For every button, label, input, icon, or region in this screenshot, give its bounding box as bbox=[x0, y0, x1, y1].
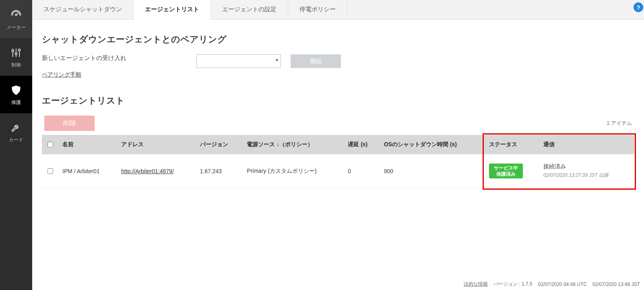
cell-delay: 0 bbox=[344, 154, 380, 188]
tab-agent-settings[interactable]: エージェントの設定 bbox=[211, 0, 288, 19]
cell-version: 1.67.243 bbox=[196, 154, 243, 188]
item-count: 1 アイテム bbox=[607, 120, 632, 127]
tab-agent-list[interactable]: エージェントリスト bbox=[134, 0, 211, 20]
help-button[interactable]: ? bbox=[634, 2, 643, 12]
agent-accept-select[interactable]: ▾ bbox=[196, 54, 281, 68]
legal-info-link[interactable]: 法的な情報 bbox=[464, 281, 488, 288]
status-badge: サービス中 保護済み bbox=[489, 164, 523, 178]
cell-communication: 接続済み 02/07/2020 13:27:39 JST 以降 bbox=[539, 154, 634, 188]
sidebar-item-label: 制御 bbox=[11, 62, 21, 68]
column-version[interactable]: バージョン bbox=[196, 135, 243, 154]
sidebar-item-card[interactable]: カード bbox=[0, 113, 32, 151]
cell-os-shutdown: 900 bbox=[380, 154, 485, 188]
cell-status: サービス中 保護済み bbox=[485, 154, 539, 188]
start-button[interactable]: 開始 bbox=[291, 54, 341, 68]
main-panel: スケジュールシャットダウン エージェントリスト エージェントの設定 停電ポリシー… bbox=[32, 0, 644, 290]
footer-local-time: 02/07/2020 13:48 JST bbox=[592, 282, 640, 287]
agent-table: 名前 アドレス バージョン 電源ソース ↓（ポリシー） 遅延 (s) OSのシャ… bbox=[42, 135, 634, 188]
sliders-icon bbox=[10, 47, 22, 58]
shield-icon bbox=[10, 85, 22, 96]
svg-point-5 bbox=[15, 53, 17, 55]
column-os-shutdown[interactable]: OSのシャットダウン時間 (s) bbox=[380, 135, 485, 154]
sidebar-item-protection[interactable]: 保護 bbox=[0, 76, 32, 113]
row-checkbox[interactable] bbox=[47, 168, 53, 174]
svg-point-3 bbox=[12, 50, 14, 52]
communication-since: 02/07/2020 13:27:39 JST 以降 bbox=[543, 172, 630, 179]
pairing-instructions-link[interactable]: ペアリング手順 bbox=[42, 71, 81, 78]
column-name[interactable]: 名前 bbox=[58, 135, 117, 154]
footer-utc-time: 02/07/2020 04:48 UTC bbox=[538, 282, 586, 287]
tab-bar: スケジュールシャットダウン エージェントリスト エージェントの設定 停電ポリシー… bbox=[32, 0, 644, 20]
sidebar: メーター 制御 保護 bbox=[0, 0, 32, 290]
sidebar-item-meter[interactable]: メーター bbox=[0, 0, 32, 38]
sidebar-item-label: メーター bbox=[6, 24, 26, 31]
column-address[interactable]: アドレス bbox=[117, 135, 196, 154]
status-line2: 保護済み bbox=[494, 171, 518, 177]
footer: 法的な情報 バージョン : 1.7.5 02/07/2020 04:48 UTC… bbox=[464, 281, 640, 288]
gauge-icon bbox=[10, 9, 22, 21]
column-status[interactable]: ステータス bbox=[485, 135, 539, 154]
column-delay[interactable]: 遅延 (s) bbox=[344, 135, 380, 154]
footer-version: バージョン : 1.7.5 bbox=[493, 281, 533, 288]
tab-scheduled-shutdown[interactable]: スケジュールシャットダウン bbox=[32, 0, 134, 19]
sidebar-item-label: カード bbox=[9, 137, 23, 143]
wrench-icon bbox=[10, 122, 22, 133]
sidebar-item-control[interactable]: 制御 bbox=[0, 38, 32, 76]
cell-name: IPM / Arbiter01 bbox=[58, 154, 117, 188]
cell-address-link[interactable]: http://Arbiter01:4679/ bbox=[121, 168, 174, 174]
sidebar-item-label: 保護 bbox=[11, 99, 21, 106]
table-row[interactable]: IPM / Arbiter01 http://Arbiter01:4679/ 1… bbox=[42, 154, 634, 188]
delete-button[interactable]: 削除 bbox=[44, 116, 95, 131]
cell-power-source: Primary (カスタムポリシー) bbox=[243, 154, 344, 188]
status-line1: サービス中 bbox=[494, 165, 518, 171]
tab-power-policy[interactable]: 停電ポリシー bbox=[288, 0, 347, 19]
svg-point-7 bbox=[19, 49, 21, 51]
column-communication[interactable]: 通信 bbox=[539, 135, 634, 154]
table-header-row: 名前 アドレス バージョン 電源ソース ↓（ポリシー） 遅延 (s) OSのシャ… bbox=[42, 135, 634, 154]
pairing-section-title: シャットダウンエージェントとのペアリング bbox=[42, 33, 634, 46]
accept-new-agent-label: 新しいエージェントの受け入れ bbox=[42, 54, 187, 62]
agent-list-section-title: エージェントリスト bbox=[42, 95, 634, 107]
svg-point-1 bbox=[15, 14, 17, 16]
chevron-down-icon: ▾ bbox=[276, 57, 278, 63]
column-power-source[interactable]: 電源ソース ↓（ポリシー） bbox=[243, 135, 344, 154]
select-all-checkbox[interactable] bbox=[47, 142, 53, 147]
communication-status: 接続済み bbox=[543, 163, 630, 170]
